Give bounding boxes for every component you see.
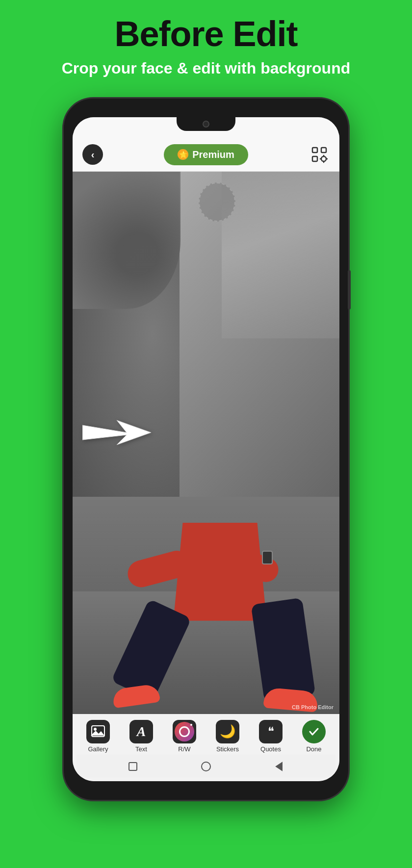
nav-circle-icon[interactable] — [199, 760, 213, 773]
watch — [262, 551, 273, 564]
back-icon: ‹ — [91, 149, 95, 160]
text-label: Text — [135, 745, 147, 753]
toolbar-items: Gallery A Text — [77, 720, 335, 753]
rw-icon — [173, 720, 196, 743]
quotes-label: Quotes — [260, 745, 281, 753]
header-section: Before Edit Crop your face & edit with b… — [0, 0, 412, 89]
premium-icon: 🌟 — [178, 149, 188, 160]
svg-point-10 — [94, 728, 97, 731]
building-bg — [222, 172, 339, 338]
premium-badge[interactable]: 🌟 Premium — [164, 144, 248, 165]
head-cutout — [199, 182, 235, 222]
photo-area: CB Photo Editor — [73, 172, 339, 714]
gallery-tool[interactable]: Gallery — [83, 720, 113, 753]
phone-notch — [177, 117, 235, 131]
quotes-tool[interactable]: ❝ Quotes — [256, 720, 285, 753]
gallery-icon — [86, 720, 110, 743]
svg-rect-0 — [312, 148, 317, 153]
phone-mockup: ‹ 🌟 Premium — [64, 99, 348, 800]
rw-label: R/W — [178, 745, 190, 753]
nav-back-icon[interactable] — [272, 760, 286, 773]
rw-tool[interactable]: R/W — [170, 720, 199, 753]
svg-point-3 — [321, 156, 326, 161]
svg-point-13 — [202, 762, 210, 771]
side-button — [348, 270, 351, 309]
phone-screen: ‹ 🌟 Premium — [73, 117, 339, 781]
svg-rect-12 — [129, 763, 137, 770]
front-camera — [203, 121, 209, 128]
premium-label: Premium — [192, 149, 234, 160]
nav-square-icon[interactable] — [126, 760, 140, 773]
quotes-icon: ❝ — [259, 720, 283, 743]
stickers-tool[interactable]: 🌙 Stickers — [213, 720, 242, 753]
nav-bar — [77, 755, 335, 777]
done-tool[interactable]: Done — [299, 720, 329, 753]
svg-marker-14 — [276, 763, 282, 770]
sub-title: Crop your face & edit with background — [20, 58, 392, 79]
stickers-icon: 🌙 — [216, 720, 239, 743]
svg-rect-1 — [321, 148, 326, 153]
scan-button[interactable] — [309, 144, 330, 165]
svg-marker-11 — [91, 731, 104, 736]
svg-rect-2 — [312, 156, 317, 161]
stickers-label: Stickers — [216, 745, 239, 753]
done-label: Done — [306, 745, 321, 753]
done-icon — [302, 720, 326, 743]
back-button[interactable]: ‹ — [82, 144, 103, 165]
watermark: CB Photo Editor — [292, 704, 334, 710]
arrow-indicator — [82, 415, 151, 450]
text-tool[interactable]: A Text — [127, 720, 156, 753]
svg-marker-8 — [82, 420, 151, 445]
main-title: Before Edit — [20, 15, 392, 53]
text-icon: A — [129, 720, 153, 743]
bottom-toolbar: Gallery A Text — [73, 714, 339, 781]
gallery-label: Gallery — [88, 745, 108, 753]
tree-bg — [73, 172, 180, 309]
